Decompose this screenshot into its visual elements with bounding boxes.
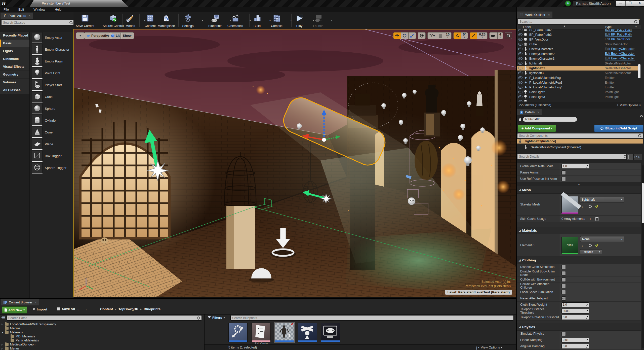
placeable-empty-actor[interactable]: Empty Actor [30, 32, 74, 44]
back-button[interactable]: ← [76, 306, 81, 312]
place-actors-tab[interactable]: Place Actors × [1, 13, 33, 19]
visibility-eye-icon[interactable] [518, 29, 522, 31]
grid-snap-value[interactable]: 10▾ [444, 32, 452, 39]
grid-snap-toggle[interactable] [437, 32, 444, 39]
visibility-eye-icon[interactable] [518, 43, 522, 46]
number-field[interactable]: 0,01 [561, 338, 589, 342]
checkbox[interactable] [561, 332, 566, 336]
viewport[interactable]: ▼ Perspective Lit Show ▾ 10▾ 5°▾ 0,25▾ [73, 29, 516, 297]
checkbox-checked[interactable] [561, 296, 566, 301]
material-thumbnail[interactable]: None [561, 237, 578, 254]
component-inherited-row[interactable]: SkeletalMeshComponent (Inherited) [517, 145, 644, 150]
outliner-row[interactable]: P_LocalVolumetricFog3Emitter [517, 80, 640, 85]
tree-folder[interactable]: ▷Menus [1, 346, 202, 350]
skeletal-mesh-dropdown[interactable]: lightshaft▾ [580, 197, 624, 202]
placeable-sphere[interactable]: Sphere [30, 103, 74, 115]
browse-icon[interactable] [589, 205, 592, 208]
section-physics[interactable]: ◢Physics [517, 323, 641, 331]
placeable-point-light[interactable]: Point Light [30, 67, 74, 79]
visibility-eye-icon[interactable] [518, 95, 522, 98]
level-tab[interactable]: PersistentLevelTest [30, 0, 129, 7]
visibility-eye-icon[interactable] [518, 100, 522, 101]
restore-button[interactable]: ❐ [625, 1, 635, 6]
visibility-eye-icon[interactable] [518, 33, 522, 36]
camera-speed-value[interactable]: 4▾ [498, 32, 503, 39]
visibility-eye-icon[interactable] [518, 62, 522, 65]
use-selected-icon[interactable]: ← [581, 204, 585, 209]
menu-window[interactable]: Window [33, 8, 45, 11]
visibility-eye-icon[interactable] [518, 86, 522, 89]
level-badge[interactable]: Level: PersistentLevelTest (Persistent) [445, 290, 512, 295]
blueprint-add-script-button[interactable]: Blueprint/Add Script [594, 125, 643, 132]
checkbox[interactable] [561, 277, 566, 282]
category-volumes[interactable]: Volumes [0, 79, 29, 86]
visibility-eye-icon[interactable] [518, 76, 522, 79]
outliner-row[interactable]: BP_VentDoorEdit BP_VentDoor [517, 37, 640, 42]
category-cinematic[interactable]: Cinematic [0, 55, 29, 63]
property-matrix-button[interactable] [626, 154, 633, 160]
tree-folder[interactable]: Macros [1, 326, 202, 330]
outliner-row[interactable]: PointLight3PointLight [517, 94, 640, 99]
visibility-eye-icon[interactable] [518, 72, 522, 74]
camera-speed-button[interactable] [489, 32, 498, 39]
outliner-row[interactable]: BP_PatrolPath2Edit BP_PatrolPath [517, 29, 640, 32]
breadcrumb-topdownbp[interactable]: TopDownBP [118, 307, 138, 311]
component-instance-row[interactable]: lightshaft2(Instance) [517, 139, 643, 144]
visibility-eye-icon[interactable] [518, 48, 522, 50]
import-button[interactable]: Import [33, 307, 47, 312]
search-classes-input[interactable]: Search Classes [1, 20, 74, 25]
section-materials[interactable]: ◢Materials [517, 227, 641, 234]
world-local-toggle[interactable] [418, 32, 426, 39]
checkbox[interactable] [561, 177, 566, 181]
add-new-button[interactable]: Add New▾ [2, 306, 27, 313]
textures-button[interactable]: Textures▾ [580, 249, 602, 254]
show-flags-button[interactable]: Show [120, 32, 134, 39]
launch-button[interactable]: Launch▾ [304, 13, 333, 28]
section-mesh[interactable]: ◢Mesh [517, 186, 641, 194]
outliner-row[interactable]: P_LocalVolumetricFogEmitter [517, 75, 640, 80]
checkbox[interactable] [561, 271, 566, 275]
checkbox[interactable] [561, 290, 566, 294]
outliner-row[interactable]: P_LocalVolumetricFog4Emitter [517, 85, 640, 90]
category-all-classes[interactable]: All Classes [0, 86, 29, 94]
visibility-eye-icon[interactable] [518, 57, 522, 60]
category-recently-placed[interactable]: Recently Placed [0, 32, 29, 40]
cb-view-options[interactable]: View Options ▾ [481, 345, 503, 349]
reset-icon[interactable]: ↺ [595, 244, 598, 248]
category-geometry[interactable]: Geometry [0, 71, 29, 79]
content-browser-tab[interactable]: Content Browser× [1, 299, 39, 305]
visibility-eye-icon[interactable] [518, 67, 522, 69]
placeable-cylinder[interactable]: Cylinder [30, 115, 74, 126]
category-visual-effects[interactable]: Visual Effects [0, 63, 29, 71]
scale-tool-button[interactable] [409, 32, 416, 39]
asset-list-tile[interactable] [252, 323, 271, 342]
placeable-plane[interactable]: Plane [30, 138, 74, 150]
save-current-button[interactable]: Save Current [70, 13, 100, 28]
checkbox[interactable] [561, 265, 566, 269]
close-icon[interactable]: × [548, 13, 550, 17]
outliner-row[interactable]: lightshaftSkeletalMeshActor [517, 61, 640, 66]
placeable-sphere-trigger[interactable]: Sphere Trigger [30, 162, 74, 174]
outliner-row[interactable]: CubeStaticMeshActor [517, 42, 640, 47]
column-type[interactable]: Type [605, 25, 612, 29]
save-all-button[interactable]: Save All [57, 307, 75, 311]
asset-blueprint-tile[interactable] [228, 323, 248, 342]
checkbox[interactable] [561, 170, 566, 175]
world-outliner-tab[interactable]: World Outliner× [517, 12, 552, 18]
asset-gamemode-tile[interactable] [321, 323, 340, 342]
search-details-input[interactable]: Search Details [517, 154, 628, 159]
scale-snap-value[interactable]: 0,25▾ [477, 32, 487, 39]
placeable-cube[interactable]: Cube [30, 91, 74, 103]
category-lights[interactable]: Lights [0, 47, 29, 55]
outliner-view-options[interactable]: View Options ▾ [620, 103, 641, 107]
number-field[interactable]: 0,0 [561, 344, 589, 349]
outliner-row[interactable]: EnemyCharacter3Edit EnemyCharacter [517, 56, 640, 61]
filters-button[interactable]: Filters▾ [208, 316, 225, 320]
section-clothing[interactable]: ◢Clothing [517, 257, 641, 264]
outliner-row[interactable]: EnemyCharacterEdit EnemyCharacter [517, 47, 640, 51]
tree-folder[interactable]: ParticleMaterials [1, 338, 202, 342]
add-element-icon[interactable]: + [589, 217, 591, 221]
placeable-empty-pawn[interactable]: Empty Pawn [30, 55, 74, 67]
menu-edit[interactable]: Edit [18, 8, 24, 11]
tree-folder[interactable]: ▷LocationBasedWallTransparency [1, 322, 202, 326]
